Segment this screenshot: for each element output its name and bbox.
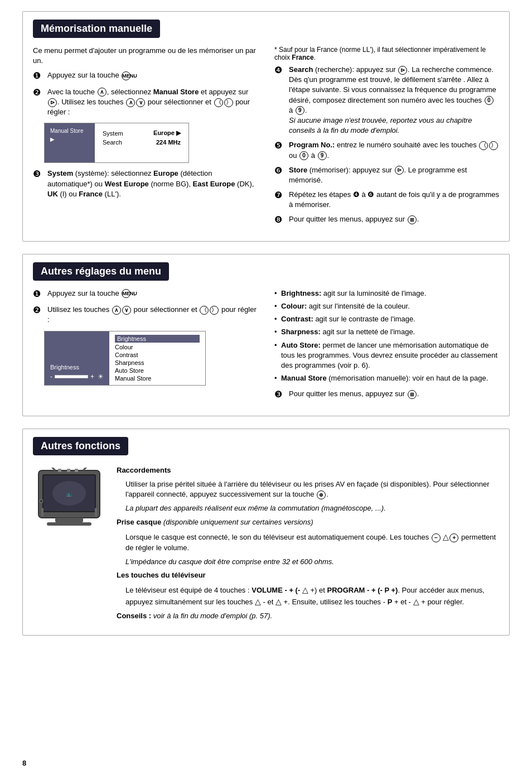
bullet-manualstore: Manual Store (mémorisation manuelle): vo… [274, 373, 499, 383]
right2-icon: 〉 [489, 141, 498, 150]
bullet-autostore: Auto Store: permet de lancer une mémoris… [274, 340, 499, 371]
step-num-4: ❹ [274, 64, 286, 76]
svg-rect-8 [95, 508, 97, 517]
minus-icon: - [50, 373, 52, 381]
leftright-icon: 〈 [214, 98, 223, 107]
input-icon: ⊕ [317, 490, 326, 499]
step-1: ❶ Appuyez sur la touche MENU . [33, 70, 258, 82]
section-memorisation: Mémorisation manuelle Ce menu permet d'a… [22, 11, 510, 242]
casque-text: Lorsque le casque est connecté, le son d… [117, 531, 499, 554]
zero-icon: 0 [485, 96, 494, 105]
vol-icon: △ [302, 585, 308, 594]
right3-icon: 〉 [210, 306, 219, 315]
step-8: ❽ Pour quitter les menus, appuyez sur ⊞. [274, 214, 499, 226]
svg-text:📺: 📺 [66, 491, 72, 497]
fonctions-content-area: 📺 Raccordements Utiliser la prise périte… [33, 465, 499, 625]
reg-step-2: ❷ Utilisez les touches ∧∨ pour sélection… [33, 305, 258, 325]
nine2-icon: 9 [318, 151, 327, 160]
ok2-icon: ⊳ [398, 66, 407, 75]
left3-icon: 〈 [200, 306, 209, 315]
raccordements-title: Raccordements [117, 465, 499, 476]
menu-icon: MENU [122, 71, 130, 80]
section-title-fonctions: Autres fonctions [33, 437, 128, 455]
memorisation-intro: Ce menu permet d'ajouter un programme ou… [33, 46, 258, 66]
zero2-icon: 0 [299, 151, 308, 160]
touches-title: Les touches du téléviseur [117, 570, 499, 581]
reglages-menu: Brightness - + ☀ Brightness Colour Contr… [44, 331, 206, 386]
vol2-icon: △ [413, 597, 419, 606]
casque-title: Prise casque (disponible uniquement sur … [117, 517, 499, 528]
reglages-right-col: Brightness: agit sur la luminosité de l'… [274, 288, 499, 406]
section-title-reglages: Autres réglages du menu [33, 262, 169, 281]
fonctions-text-content: Raccordements Utiliser la prise péritel … [117, 465, 499, 625]
svg-point-12 [40, 499, 43, 503]
bullet-sharpness: Sharpness: agit sur la netteté de l'imag… [274, 327, 499, 337]
nine-icon: 9 [296, 106, 304, 115]
menu2-right-panel: Brightness Colour Contrast Sharpness Aut… [109, 331, 205, 385]
section-fonctions: Autres fonctions [22, 429, 510, 636]
bullet-contrast: Contrast: agit sur le contraste de l'ima… [274, 314, 499, 324]
minus2-icon: − [432, 533, 441, 542]
step-5: ❺ Program No.: entrez le numéro souhaité… [274, 140, 499, 160]
menu-item-sharpness: Sharpness [115, 359, 200, 366]
raccordements-italic: La plupart des appareils réalisent eux m… [117, 503, 499, 514]
reg-step-3: ❸ Pour quitter les menus, appuyez sur ⊞. [274, 389, 499, 401]
reg-step-1: ❶ Appuyez sur la touche MENU . [33, 288, 258, 300]
reg-step-num-1: ❶ [33, 288, 44, 300]
plus2-icon: + [449, 533, 458, 542]
step-3: ❸ System (système): sélectionnez Europe … [33, 169, 258, 199]
quit-icon: ⊞ [408, 215, 417, 224]
touches-text: Le téléviseur est équipé de 4 touches : … [117, 584, 499, 608]
svg-rect-5 [55, 518, 83, 522]
down3-icon: ∨ [122, 306, 131, 315]
step-num-7: ❼ [274, 189, 286, 201]
step-num-2: ❷ [33, 86, 44, 99]
reg-step-num-2: ❷ [33, 304, 44, 316]
right-icon: 〉 [224, 98, 233, 107]
svg-rect-7 [41, 508, 43, 517]
ok3-icon: ⊳ [395, 166, 404, 175]
menu2-icon: MENU [122, 289, 130, 298]
sun-icon: ☀ [98, 373, 104, 381]
conseils-text: Conseils : voir à la fin du mode d'emplo… [117, 611, 499, 622]
prog2-icon: △ [275, 597, 282, 606]
menu2-left-panel: Brightness - + ☀ [45, 331, 109, 385]
manual-store-menu: Manual Store ▶ System Europe ▶ Search 22… [44, 123, 189, 163]
brightness-label: Brightness [50, 364, 79, 371]
step-6: ❻ Store (mémoriser): appuyez sur ⊳. Le p… [274, 165, 499, 185]
step-7: ❼ Répétez les étapes ❹ à ❻ autant de foi… [274, 190, 499, 210]
section-reglages: Autres réglages du menu ❶ Appuyez sur la… [22, 254, 510, 416]
reglages-left-col: ❶ Appuyez sur la touche MENU . ❷ Utilise… [33, 288, 258, 406]
bullet-colour: Colour: agit sur l'intensité de la coule… [274, 301, 499, 311]
svg-rect-11 [75, 469, 78, 472]
menu-row-search: Search 224 MHz [103, 138, 181, 146]
left2-icon: 〈 [479, 141, 488, 150]
menu-left-panel: Manual Store ▶ [45, 123, 95, 162]
step-num-1: ❶ [33, 70, 44, 82]
reg-step-num-3: ❸ [274, 388, 286, 401]
up3-icon: ∧ [112, 306, 121, 315]
step-num-6: ❻ [274, 165, 286, 177]
menu-title: Manual Store [50, 128, 89, 134]
section-title-memorisation: Mémorisation manuelle [33, 20, 160, 38]
svg-rect-9 [58, 469, 61, 472]
tv-illustration: 📺 [33, 465, 105, 625]
menu-item-autostore: Auto Store [115, 367, 200, 374]
step-4: ❹ Search (recherche): appuyez sur ⊳. La … [274, 65, 499, 136]
svg-rect-10 [67, 469, 70, 472]
down-icon: ∨ [136, 98, 145, 107]
svg-rect-6 [47, 522, 91, 526]
step-num-5: ❺ [274, 140, 286, 152]
raccordements-text: Utiliser la prise péritel située à l'arr… [117, 479, 499, 501]
page-number: 8 [22, 759, 26, 767]
speaker-icon: △ [443, 532, 449, 541]
reglages-bullet-list: Brightness: agit sur la luminosité de l'… [274, 288, 499, 384]
menu-item-colour: Colour [115, 344, 200, 350]
menu-right-panel: System Europe ▶ Search 224 MHz [95, 123, 188, 162]
step-2: ❷ Avec la touche ∧, sélectionnez Manual … [33, 87, 258, 118]
menu-item-contrast: Contrast [115, 352, 200, 358]
up-icon: ∧ [98, 88, 107, 97]
brightness-bar [55, 375, 88, 378]
quit2-icon: ⊞ [408, 390, 417, 399]
brightness-row: Brightness [50, 364, 104, 371]
